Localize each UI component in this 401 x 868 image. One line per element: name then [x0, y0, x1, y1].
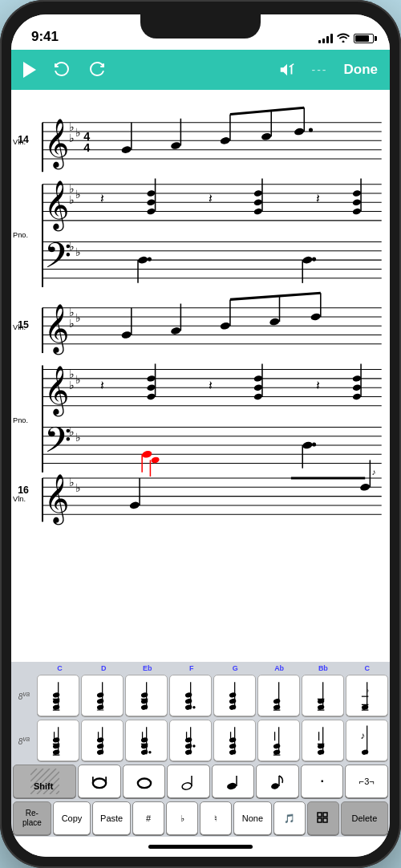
- svg-point-217: [229, 743, 237, 749]
- none-key[interactable]: None: [233, 801, 272, 835]
- copy-key[interactable]: Copy: [53, 801, 91, 835]
- svg-rect-252: [318, 813, 322, 817]
- home-indicator: [11, 837, 390, 857]
- replace-key[interactable]: Re-place: [13, 801, 51, 835]
- svg-text:Shift: Shift: [34, 781, 54, 791]
- dot-key[interactable]: ·: [301, 765, 344, 798]
- svg-rect-254: [318, 818, 322, 822]
- key-Bb-oct2[interactable]: [302, 720, 344, 761]
- key-C2-oct1[interactable]: ♪: [346, 675, 388, 716]
- svg-point-169: [192, 706, 195, 708]
- svg-point-41: [147, 199, 156, 207]
- delete-key[interactable]: Delete: [341, 801, 388, 835]
- svg-point-50: [352, 208, 362, 216]
- octave1-label: 8va: [13, 675, 35, 716]
- flat-key[interactable]: ♭: [166, 801, 198, 835]
- svg-point-218: [229, 736, 237, 743]
- svg-text:♪: ♪: [360, 729, 365, 740]
- svg-point-230: [361, 748, 369, 755]
- quarter-note-key[interactable]: [212, 765, 255, 798]
- svg-point-83: [220, 322, 231, 331]
- key-G-oct1[interactable]: [213, 675, 256, 716]
- svg-point-210: [184, 748, 192, 755]
- svg-point-125: [141, 450, 152, 459]
- svg-text:♭: ♭: [75, 126, 81, 139]
- svg-point-245: [137, 779, 150, 789]
- note-label-Bb: Bb: [302, 664, 345, 673]
- svg-text:♭: ♭: [75, 245, 81, 258]
- svg-text:𝄢: 𝄢: [44, 236, 71, 284]
- note-label-C1: C: [38, 664, 81, 673]
- key-D-oct2[interactable]: [81, 720, 124, 761]
- svg-text:Vln.: Vln.: [13, 323, 26, 331]
- svg-text:♭: ♭: [75, 481, 81, 494]
- key-Eb-oct2[interactable]: [125, 720, 168, 761]
- paste-key[interactable]: Paste: [92, 801, 131, 835]
- svg-point-109: [253, 383, 263, 391]
- svg-point-200: [96, 736, 104, 743]
- key-F-oct1[interactable]: [169, 675, 212, 716]
- svg-point-131: [312, 442, 316, 446]
- key-Ab-oct1[interactable]: [257, 675, 300, 716]
- svg-point-205: [140, 736, 148, 743]
- svg-point-87: [310, 312, 322, 321]
- svg-point-246: [181, 782, 192, 791]
- whole-note-key[interactable]: [123, 765, 166, 798]
- key-C3-oct2[interactable]: ♪: [346, 720, 388, 761]
- sharp-key[interactable]: #: [132, 801, 164, 835]
- svg-text:♭: ♭: [69, 476, 75, 489]
- svg-text:♭: ♭: [69, 132, 75, 144]
- svg-point-21: [261, 132, 272, 141]
- svg-text:Pno.: Pno.: [13, 231, 28, 239]
- key-Bb-oct1[interactable]: [302, 675, 344, 716]
- shift-key[interactable]: Shift: [13, 765, 76, 798]
- svg-text:♭: ♭: [69, 425, 75, 438]
- svg-rect-255: [323, 818, 327, 822]
- svg-point-105: [147, 375, 156, 383]
- svg-point-250: [270, 782, 279, 789]
- grid-key[interactable]: [307, 801, 339, 835]
- svg-point-67: [312, 258, 316, 262]
- svg-text:♭: ♭: [69, 317, 75, 330]
- key-C-oct2[interactable]: [37, 720, 79, 761]
- svg-line-89: [230, 293, 321, 299]
- natural-key[interactable]: ♮: [200, 801, 232, 835]
- speaker-button[interactable]: [278, 61, 296, 79]
- key-C-oct1[interactable]: [37, 675, 79, 716]
- key-Ab-oct2[interactable]: [257, 720, 300, 761]
- svg-text:𝄞: 𝄞: [44, 304, 69, 355]
- note-label-Eb: Eb: [127, 664, 169, 673]
- svg-text:𝄞: 𝄞: [44, 474, 69, 525]
- svg-text:♭: ♭: [69, 193, 75, 206]
- octave2-row: 8va: [11, 718, 390, 763]
- note-label-G: G: [214, 664, 257, 673]
- done-button[interactable]: Done: [344, 62, 379, 78]
- svg-point-79: [121, 331, 132, 339]
- action-row: Shift: [11, 763, 390, 800]
- emoji-key[interactable]: 🎵: [273, 801, 306, 835]
- svg-text:4: 4: [83, 141, 90, 154]
- octave2-label: 8va: [13, 720, 35, 761]
- double-whole-note-key[interactable]: [78, 765, 121, 798]
- svg-line-25: [230, 107, 304, 114]
- undo-button[interactable]: [52, 60, 71, 79]
- note-label-F: F: [170, 664, 213, 673]
- svg-rect-253: [323, 813, 327, 817]
- key-F-oct2[interactable]: [169, 720, 212, 761]
- svg-point-213: [192, 744, 195, 747]
- svg-point-47: [253, 189, 263, 197]
- half-note-key[interactable]: [167, 765, 210, 798]
- svg-point-199: [96, 743, 104, 749]
- key-Eb-oct1[interactable]: [125, 675, 168, 716]
- battery-icon: [354, 34, 374, 43]
- svg-point-152: [52, 692, 60, 698]
- key-D-oct1[interactable]: [81, 675, 124, 716]
- svg-point-65: [302, 256, 313, 265]
- play-button[interactable]: [23, 62, 36, 78]
- svg-point-193: [52, 736, 60, 743]
- redo-button[interactable]: [87, 60, 107, 79]
- triplet-key[interactable]: ⌐3¬: [345, 765, 388, 798]
- key-G-oct2[interactable]: [213, 720, 256, 761]
- eighth-note-key[interactable]: [256, 765, 299, 798]
- svg-point-226: [317, 748, 325, 755]
